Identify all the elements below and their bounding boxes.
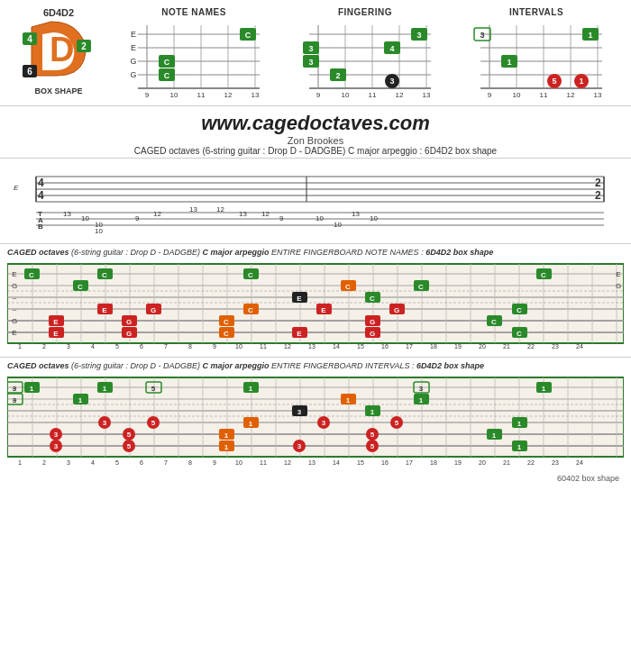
svg-text:6: 6 — [140, 343, 143, 350]
svg-text:10: 10 — [512, 91, 520, 99]
svg-text:E: E — [297, 330, 302, 338]
svg-text:19: 19 — [454, 343, 462, 350]
svg-text:11: 11 — [539, 91, 547, 99]
svg-text:13: 13 — [63, 210, 71, 218]
svg-text:7: 7 — [164, 343, 168, 350]
website-info: www.cagedoctaves.com Zon Brookes CAGED o… — [0, 106, 631, 159]
svg-text:3: 3 — [297, 442, 302, 450]
svg-text:C: C — [517, 330, 522, 338]
diagram-intervals: INTERVALS 1 3 1 — [458, 7, 616, 102]
diagrams-area: NOTE NAMES E C E — [108, 7, 622, 102]
svg-text:4: 4 — [38, 189, 44, 202]
svg-text:C: C — [163, 71, 169, 80]
svg-text:C: C — [418, 283, 424, 291]
diagram-title-2: FINGERING — [338, 7, 392, 17]
svg-text:3: 3 — [308, 44, 313, 53]
svg-text:C: C — [491, 318, 497, 326]
svg-text:20: 20 — [479, 459, 486, 466]
svg-text:16: 16 — [381, 459, 389, 466]
svg-text:C: C — [163, 58, 169, 67]
fingerboard-note-names: CAGED octaves (6-string guitar : Drop D … — [0, 244, 631, 358]
svg-text:5: 5 — [127, 431, 132, 439]
svg-text:2: 2 — [42, 459, 46, 466]
svg-text:4: 4 — [91, 459, 95, 466]
description-text: CAGED octaves (6-string guitar : Drop D … — [0, 146, 631, 156]
svg-text:12: 12 — [284, 343, 291, 350]
svg-text:E: E — [130, 30, 135, 39]
svg-text:G: G — [151, 306, 156, 314]
svg-text:11: 11 — [260, 459, 267, 466]
svg-text:1: 1 — [249, 420, 253, 428]
svg-text:9: 9 — [135, 214, 140, 222]
svg-text:C: C — [248, 271, 253, 279]
svg-text:E: E — [321, 306, 326, 314]
svg-text:E: E — [12, 329, 16, 337]
svg-text:16: 16 — [381, 343, 389, 350]
fingerboard-title-2: CAGED octaves (6-string guitar : Drop D … — [7, 361, 624, 370]
svg-text:1: 1 — [78, 396, 83, 404]
svg-text:1: 1 — [224, 443, 229, 451]
svg-text:4: 4 — [38, 177, 44, 189]
svg-text:13: 13 — [308, 459, 316, 466]
svg-text:21: 21 — [503, 459, 510, 466]
svg-text:13: 13 — [593, 91, 601, 99]
svg-text:1: 1 — [492, 431, 497, 440]
svg-text:9: 9 — [279, 214, 284, 222]
svg-text:5: 5 — [151, 419, 156, 427]
svg-text:12: 12 — [566, 91, 574, 99]
svg-text:6: 6 — [27, 67, 32, 77]
svg-text:5: 5 — [115, 343, 119, 350]
svg-text:1: 1 — [346, 396, 351, 404]
svg-text:1: 1 — [103, 385, 107, 393]
svg-text:2: 2 — [335, 71, 340, 80]
svg-text:12: 12 — [216, 205, 224, 213]
svg-text:20: 20 — [479, 343, 486, 350]
svg-text:C: C — [517, 306, 522, 314]
svg-text:E: E — [14, 184, 19, 192]
svg-text:E: E — [297, 295, 302, 303]
svg-text:G: G — [126, 318, 132, 326]
fingerboard-title-1: CAGED octaves (6-string guitar : Drop D … — [7, 248, 624, 257]
svg-text:C: C — [224, 318, 229, 326]
svg-text:E: E — [102, 306, 107, 314]
svg-text:G: G — [12, 317, 17, 325]
svg-text:E: E — [53, 330, 59, 338]
notation-section: E 4 4 T A B 13 10 10 10 9 12 13 12 13 12… — [0, 159, 631, 244]
svg-text:22: 22 — [527, 459, 535, 466]
svg-text:1: 1 — [507, 58, 511, 67]
fingerboard-intervals: CAGED octaves (6-string guitar : Drop D … — [0, 358, 631, 486]
svg-text:5: 5 — [370, 431, 375, 439]
svg-text:3: 3 — [480, 31, 484, 40]
svg-text:2: 2 — [595, 177, 601, 189]
svg-text:7: 7 — [164, 459, 168, 466]
svg-text:12: 12 — [284, 459, 291, 466]
svg-text:2: 2 — [81, 41, 87, 51]
svg-text:24: 24 — [576, 459, 583, 466]
svg-text:E: E — [53, 318, 59, 326]
svg-text:3: 3 — [389, 77, 394, 86]
svg-text:8: 8 — [188, 459, 192, 466]
svg-text:C: C — [29, 271, 34, 279]
svg-text:E: E — [130, 43, 135, 52]
svg-text:10: 10 — [316, 214, 324, 222]
svg-text:1: 1 — [579, 77, 583, 86]
svg-text:G: G — [130, 57, 136, 66]
svg-text:1: 1 — [517, 443, 522, 451]
svg-text:12: 12 — [153, 210, 161, 218]
svg-text:13: 13 — [308, 343, 316, 350]
svg-text:G: G — [370, 318, 375, 326]
svg-text:–: – — [13, 305, 17, 313]
svg-text:5: 5 — [395, 419, 399, 427]
svg-text:14: 14 — [333, 343, 340, 350]
svg-text:1: 1 — [419, 396, 424, 404]
svg-text:10: 10 — [370, 214, 378, 222]
svg-text:9: 9 — [144, 91, 149, 99]
svg-text:12: 12 — [261, 210, 270, 218]
svg-text:E: E — [616, 270, 620, 278]
svg-text:10: 10 — [235, 459, 242, 466]
svg-text:9: 9 — [213, 459, 216, 466]
diagram-note-names: NOTE NAMES E C E — [115, 7, 273, 102]
svg-text:5: 5 — [127, 442, 132, 450]
svg-text:10: 10 — [81, 214, 89, 222]
svg-text:14: 14 — [333, 459, 340, 466]
